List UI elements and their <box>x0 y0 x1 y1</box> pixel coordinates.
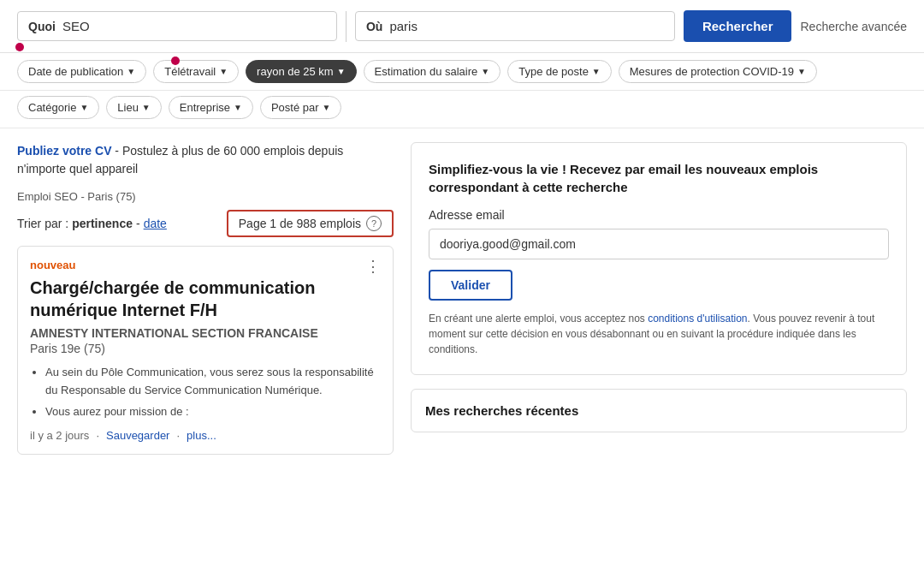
job-post-time: il y a 2 jours <box>30 429 89 442</box>
filter-entreprise[interactable]: Entreprise ▼ <box>169 96 253 119</box>
email-label: Adresse email <box>429 208 889 222</box>
sort-by-pertinence[interactable]: pertinence <box>72 217 133 230</box>
quoi-input[interactable] <box>62 19 326 33</box>
filter-poste-par[interactable]: Posté par ▼ <box>260 96 342 119</box>
search-divider <box>346 11 346 42</box>
main-content: Publiez votre CV - Postulez à plus de 60… <box>0 128 924 468</box>
alert-disclaimer: En créant une alerte emploi, vous accept… <box>429 311 889 357</box>
page-info-text: Page 1 de 988 emplois <box>239 217 361 230</box>
filter-teletravail-label: Télétravail <box>164 65 216 78</box>
dot-indicator-left <box>15 43 24 51</box>
help-icon[interactable]: ? <box>366 216 382 231</box>
job-desc-item-2: Vous aurez pour mission de : <box>45 403 381 421</box>
filter-lieu[interactable]: Lieu ▼ <box>106 96 161 119</box>
quoi-field: Quoi <box>17 11 337 41</box>
filter-bar-row2: Catégorie ▼ Lieu ▼ Entreprise ▼ Posté pa… <box>0 91 924 128</box>
filter-bar-row1: Date de publication ▼ Télétravail ▼ rayo… <box>0 53 924 91</box>
left-column: Publiez votre CV - Postulez à plus de 60… <box>17 142 394 455</box>
ou-input[interactable] <box>389 19 664 33</box>
promo-banner: Publiez votre CV - Postulez à plus de 60… <box>17 142 394 178</box>
chevron-down-icon: ▼ <box>797 67 806 76</box>
job-card: nouveau ⋮ Chargé/chargée de communicatio… <box>17 246 394 455</box>
job-save-link[interactable]: Sauvegarder <box>106 429 169 442</box>
chevron-down-icon: ▼ <box>142 103 151 112</box>
job-company: AMNESTY INTERNATIONAL SECTION FRANCAISE <box>30 326 381 340</box>
filter-covid-label: Mesures de protection COVID-19 <box>630 65 794 78</box>
sort-options: Trier par : pertinence - date <box>17 217 167 230</box>
filter-date-label: Date de publication <box>28 65 123 78</box>
filter-date[interactable]: Date de publication ▼ <box>17 60 146 83</box>
valider-button[interactable]: Valider <box>429 270 512 301</box>
job-description: Au sein du Pôle Communication, vous sere… <box>30 364 381 420</box>
filter-rayon-label: rayon de 25 km <box>257 65 334 78</box>
search-button[interactable]: Rechercher <box>684 10 792 42</box>
quoi-label: Quoi <box>28 20 56 33</box>
chevron-down-icon: ▼ <box>337 67 346 76</box>
disclaimer-text: En créant une alerte emploi, vous accept… <box>429 313 648 325</box>
filter-categorie[interactable]: Catégorie ▼ <box>17 96 99 119</box>
sort-bar: Trier par : pertinence - date Page 1 de … <box>17 210 394 237</box>
filter-salaire-label: Estimation du salaire <box>375 65 478 78</box>
ou-field: Où <box>355 11 675 41</box>
chevron-down-icon: ▼ <box>592 67 601 76</box>
recent-searches-title: Mes recherches récentes <box>425 403 892 418</box>
more-options-button[interactable]: ⋮ <box>365 259 381 274</box>
sort-label: Trier par : <box>17 217 68 230</box>
location-line: Emploi SEO - Paris (75) <box>17 190 394 203</box>
job-more-link[interactable]: plus... <box>187 429 216 442</box>
filter-type-poste[interactable]: Type de poste ▼ <box>507 60 612 83</box>
job-title[interactable]: Chargé/chargée de communication numériqu… <box>30 277 381 321</box>
sort-separator: - <box>136 217 140 230</box>
chevron-down-icon: ▼ <box>234 103 242 112</box>
filter-entreprise-label: Entreprise <box>180 101 230 114</box>
search-bar: Quoi Où Rechercher Recherche avancée <box>0 0 924 53</box>
chevron-down-icon: ▼ <box>80 103 88 112</box>
chevron-down-icon: ▼ <box>481 67 489 76</box>
dot-indicator-top <box>171 57 180 65</box>
job-footer: il y a 2 jours · Sauvegarder · plus... <box>30 429 381 442</box>
sort-by-date[interactable]: date <box>144 217 167 230</box>
right-column: Simplifiez-vous la vie ! Recevez par ema… <box>411 142 907 455</box>
filter-salaire[interactable]: Estimation du salaire ▼ <box>364 60 501 83</box>
job-desc-item-1: Au sein du Pôle Communication, vous sere… <box>45 364 381 400</box>
filter-poste-par-label: Posté par <box>271 101 319 114</box>
chevron-down-icon: ▼ <box>219 67 228 76</box>
alert-title: Simplifiez-vous la vie ! Recevez par ema… <box>429 160 889 196</box>
chevron-down-icon: ▼ <box>323 103 331 112</box>
job-footer-dot: · <box>96 429 99 442</box>
job-tag: nouveau <box>30 259 381 271</box>
filter-covid[interactable]: Mesures de protection COVID-19 ▼ <box>619 60 817 83</box>
chevron-down-icon: ▼ <box>127 67 135 76</box>
promo-link[interactable]: Publiez votre CV <box>17 144 111 158</box>
conditions-link[interactable]: conditions d'utilisation <box>648 313 747 325</box>
ou-label: Où <box>366 20 382 33</box>
filter-teletravail[interactable]: Télétravail ▼ <box>153 60 239 83</box>
filter-rayon[interactable]: rayon de 25 km ▼ <box>246 60 357 83</box>
job-footer-dot2: · <box>176 429 180 442</box>
recent-searches-card: Mes recherches récentes <box>411 389 907 432</box>
advanced-search-button[interactable]: Recherche avancée <box>800 20 907 33</box>
filter-lieu-label: Lieu <box>117 101 139 114</box>
email-input[interactable] <box>429 229 889 259</box>
alert-card: Simplifiez-vous la vie ! Recevez par ema… <box>411 142 907 375</box>
filter-type-poste-label: Type de poste <box>518 65 589 78</box>
filter-categorie-label: Catégorie <box>28 101 76 114</box>
job-location: Paris 19e (75) <box>30 342 381 355</box>
page-info-box: Page 1 de 988 emplois ? <box>227 210 394 237</box>
